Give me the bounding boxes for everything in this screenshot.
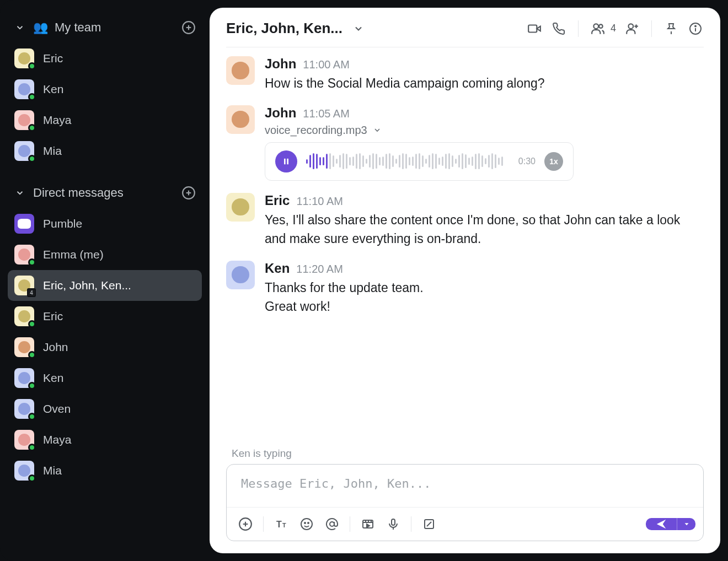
dm-section-header[interactable]: Direct messages <box>8 181 202 205</box>
team-member-name: Maya <box>43 114 71 127</box>
dm-name: Eric <box>43 310 63 323</box>
sidebar: 👥 My team EricKenMayaMia Direct messages… <box>0 0 210 561</box>
presence-indicator <box>28 444 36 451</box>
svg-point-23 <box>301 519 312 530</box>
svg-rect-17 <box>287 158 288 164</box>
microphone-button[interactable] <box>382 513 404 535</box>
video-clip-button[interactable] <box>357 513 379 535</box>
message-author: John <box>265 105 296 121</box>
typing-indicator: Ken is typing <box>210 447 720 464</box>
svg-point-9 <box>599 24 603 28</box>
presence-indicator <box>28 62 36 70</box>
svg-rect-6 <box>528 25 537 32</box>
svg-point-24 <box>304 522 306 524</box>
svg-text:T: T <box>282 522 286 528</box>
message-author: Ken <box>265 261 290 276</box>
svg-point-8 <box>593 24 598 29</box>
chat-title[interactable]: Eric, John, Ken... <box>226 20 342 37</box>
dm-item[interactable]: Oven <box>8 393 202 424</box>
dm-item[interactable]: Mia <box>8 455 202 486</box>
svg-point-25 <box>308 522 309 524</box>
message-author: John <box>265 56 296 72</box>
dm-item[interactable]: Pumble <box>8 208 202 239</box>
message-text: Thanks for the update team.Great work! <box>265 278 704 316</box>
team-member-item[interactable]: Mia <box>8 136 202 166</box>
composer-toolbar: TT <box>227 507 703 541</box>
message: Eric11:10 AMYes, I'll also share the con… <box>226 193 704 249</box>
svg-text:T: T <box>276 520 282 529</box>
team-section-header[interactable]: 👥 My team <box>8 15 202 40</box>
presence-indicator <box>28 93 36 101</box>
dm-name: John <box>43 341 68 354</box>
send-button[interactable] <box>646 518 677 530</box>
attachment-filename: voice_recording.mp3 <box>265 124 367 137</box>
mention-button[interactable] <box>321 513 343 535</box>
chevron-down-icon <box>373 126 382 134</box>
dm-name: Eric, John, Ken... <box>43 279 131 292</box>
dm-list: PumbleEmma (me)4Eric, John, Ken...EricJo… <box>8 208 202 486</box>
group-count-badge: 4 <box>27 288 36 297</box>
attach-button[interactable] <box>234 513 256 535</box>
team-member-list: EricKenMayaMia <box>8 43 202 166</box>
message-text: Yes, I'll also share the content once I'… <box>265 211 704 249</box>
chat-panel: Eric, John, Ken... 4 John11:00 AMHow is … <box>210 8 720 553</box>
attachment-header[interactable]: voice_recording.mp3 <box>265 124 704 137</box>
avatar <box>226 261 255 289</box>
team-member-item[interactable]: Ken <box>8 74 202 105</box>
chevron-down-icon[interactable] <box>350 20 367 37</box>
video-call-icon[interactable] <box>526 20 543 37</box>
phone-call-icon[interactable] <box>550 20 567 37</box>
dm-item[interactable]: Maya <box>8 424 202 455</box>
dm-name: Oven <box>43 402 71 416</box>
playback-speed-button[interactable]: 1x <box>544 152 563 171</box>
message-time: 11:00 AM <box>303 58 350 71</box>
send-button-group <box>646 518 695 530</box>
dm-item[interactable]: 4Eric, John, Ken... <box>8 270 202 301</box>
dm-name: Mia <box>43 464 62 477</box>
dm-section-label: Direct messages <box>33 186 124 200</box>
audio-duration: 0:30 <box>518 157 536 166</box>
message: Ken11:20 AMThanks for the update team.Gr… <box>226 261 704 316</box>
info-icon[interactable] <box>687 20 704 37</box>
add-team-member-button[interactable] <box>181 20 196 35</box>
chat-header: Eric, John, Ken... 4 <box>210 8 720 47</box>
svg-line-36 <box>427 522 431 526</box>
svg-rect-16 <box>284 158 286 164</box>
presence-indicator <box>28 382 36 390</box>
avatar <box>226 193 255 222</box>
presence-indicator <box>28 413 36 420</box>
dm-item[interactable]: Emma (me) <box>8 239 202 270</box>
send-options-button[interactable] <box>677 518 695 530</box>
dm-item[interactable]: Ken <box>8 363 202 393</box>
presence-indicator <box>28 351 36 359</box>
emoji-button[interactable] <box>296 513 318 535</box>
svg-point-15 <box>695 25 696 26</box>
dm-name: Maya <box>43 433 71 446</box>
formatting-button[interactable]: TT <box>270 513 292 535</box>
members-icon[interactable] <box>590 20 606 37</box>
waveform[interactable] <box>306 152 510 171</box>
team-member-name: Ken <box>43 83 63 96</box>
message-input[interactable] <box>227 465 703 507</box>
svg-point-26 <box>330 522 334 526</box>
dm-item[interactable]: John <box>8 332 202 363</box>
team-member-item[interactable]: Eric <box>8 43 202 74</box>
add-member-icon[interactable] <box>624 20 640 37</box>
dm-name: Ken <box>43 371 63 385</box>
pause-button[interactable] <box>275 150 297 172</box>
shortcuts-button[interactable] <box>418 513 440 535</box>
dm-name: Pumble <box>43 217 82 230</box>
chevron-down-icon <box>13 186 26 199</box>
pin-icon[interactable] <box>663 20 679 37</box>
message-time: 11:20 AM <box>296 263 343 276</box>
dm-item[interactable]: Eric <box>8 301 202 332</box>
avatar <box>226 105 255 134</box>
dm-name: Emma (me) <box>43 248 104 261</box>
presence-indicator <box>28 474 36 482</box>
new-dm-button[interactable] <box>181 185 196 201</box>
presence-indicator <box>28 258 36 266</box>
avatar <box>14 214 34 234</box>
svg-marker-32 <box>367 524 370 527</box>
message: John11:00 AMHow is the Social Media camp… <box>226 56 704 93</box>
team-member-item[interactable]: Maya <box>8 105 202 136</box>
